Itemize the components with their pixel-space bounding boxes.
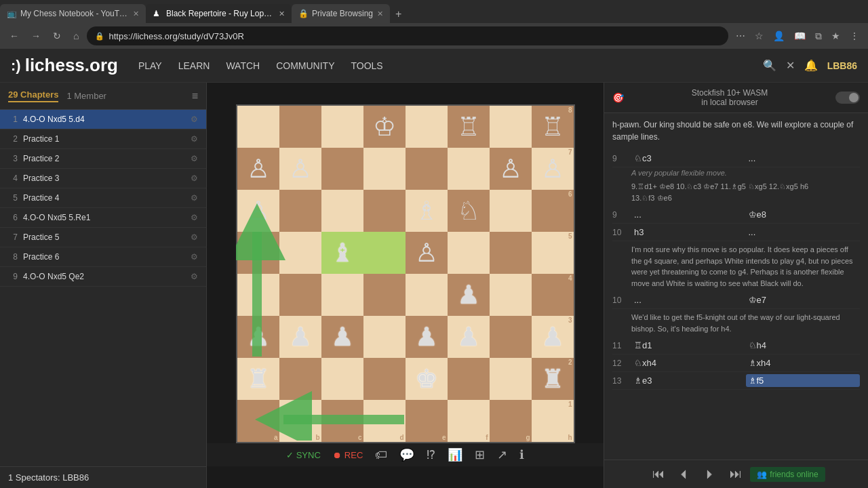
- tab-close-youtube[interactable]: ✕: [133, 9, 139, 18]
- square-c1[interactable]: c: [321, 400, 363, 442]
- members-tab[interactable]: 1 Member: [66, 91, 106, 101]
- square-d2[interactable]: [363, 358, 406, 400]
- chapter-item-4[interactable]: 4 Practice 3 ⚙: [0, 169, 206, 188]
- chat-button[interactable]: 💬: [399, 447, 414, 462]
- square-b2[interactable]: [279, 358, 321, 400]
- move-black-13[interactable]: ♗f5: [746, 374, 861, 387]
- analysis-scroll[interactable]: h-pawn. Our king should be safe on e8. W…: [604, 113, 868, 460]
- square-b5[interactable]: [279, 232, 321, 274]
- friends-online-button[interactable]: 👥 friends online: [750, 467, 825, 482]
- nav-watch[interactable]: WATCH: [226, 58, 260, 74]
- tag-button[interactable]: 🏷: [375, 448, 387, 462]
- square-a3[interactable]: ♟: [237, 316, 279, 358]
- chapter-item-1[interactable]: 1 4.O-O Nxd5 5.d4 ⚙: [0, 110, 206, 129]
- move-black-9[interactable]: ...: [746, 152, 861, 165]
- square-h3[interactable]: ♟3: [532, 316, 574, 358]
- square-h6[interactable]: 6: [532, 190, 574, 232]
- square-g1[interactable]: g: [490, 400, 532, 442]
- square-f3[interactable]: ♟: [448, 316, 490, 358]
- grid-button[interactable]: ⊞: [475, 447, 485, 462]
- square-c5[interactable]: ♝: [321, 232, 363, 274]
- square-a7[interactable]: ♙: [237, 148, 279, 190]
- square-b6[interactable]: [279, 190, 321, 232]
- square-f6[interactable]: ♘: [448, 190, 490, 232]
- square-c7[interactable]: [321, 148, 363, 190]
- refresh-button[interactable]: ↻: [49, 28, 65, 44]
- square-a6[interactable]: ♙: [237, 190, 279, 232]
- chapter-item-2[interactable]: 2 Practice 1 ⚙: [0, 129, 206, 149]
- chapter-item-5[interactable]: 5 Practice 4 ⚙: [0, 188, 206, 208]
- move-black-9b[interactable]: ♔e8: [746, 208, 861, 221]
- extensions-button[interactable]: ⋯: [732, 28, 749, 43]
- settings-icon[interactable]: ⋮: [846, 28, 863, 43]
- square-e6[interactable]: ♗: [406, 190, 448, 232]
- square-d6[interactable]: [363, 190, 406, 232]
- next-move-button[interactable]: ⏵: [698, 464, 722, 484]
- square-h4[interactable]: 4: [532, 274, 574, 316]
- move-white-12[interactable]: ♘xh4: [631, 357, 746, 369]
- address-bar[interactable]: 🔒: [87, 26, 728, 45]
- square-a1[interactable]: a: [237, 400, 279, 442]
- square-e5[interactable]: ♙: [406, 232, 448, 274]
- square-h8[interactable]: ♖8: [532, 106, 574, 148]
- square-a5[interactable]: [237, 232, 279, 274]
- chapter-settings-4[interactable]: ⚙: [191, 174, 198, 183]
- square-d7[interactable]: [363, 148, 406, 190]
- chapter-settings-7[interactable]: ⚙: [191, 232, 198, 242]
- chapter-settings-1[interactable]: ⚙: [191, 115, 198, 124]
- square-a8[interactable]: [237, 106, 279, 148]
- tab-close-private[interactable]: ✕: [377, 9, 383, 18]
- bell-icon[interactable]: 🔔: [804, 59, 818, 72]
- lichess-logo[interactable]: :) lichess.org: [11, 55, 118, 76]
- chart-button[interactable]: 📊: [448, 447, 462, 462]
- square-c2[interactable]: [321, 358, 363, 400]
- new-tab-button[interactable]: +: [390, 5, 407, 23]
- square-g5[interactable]: [490, 232, 532, 274]
- square-f4[interactable]: ♟: [448, 274, 490, 316]
- nav-tools[interactable]: TOOLS: [351, 58, 382, 74]
- square-g6[interactable]: [490, 190, 532, 232]
- nav-play[interactable]: PLAY: [138, 58, 162, 74]
- square-g3[interactable]: [490, 316, 532, 358]
- nav-community[interactable]: COMMUNITY: [276, 58, 334, 74]
- tab-close-lichess[interactable]: ✕: [279, 9, 285, 18]
- square-d3[interactable]: [363, 316, 406, 358]
- square-b4[interactable]: [279, 274, 321, 316]
- rec-button[interactable]: ⏺ REC: [333, 450, 363, 460]
- share-button[interactable]: ↗: [497, 447, 507, 462]
- chapter-settings-2[interactable]: ⚙: [191, 134, 198, 144]
- move-black-10[interactable]: ...: [746, 226, 861, 239]
- engine-toggle[interactable]: [835, 92, 860, 104]
- square-b7[interactable]: ♙: [279, 148, 321, 190]
- move-white-10[interactable]: h3: [631, 226, 746, 239]
- square-b8[interactable]: [279, 106, 321, 148]
- square-h1[interactable]: 1h: [532, 400, 574, 442]
- chapter-item-3[interactable]: 3 Practice 2 ⚙: [0, 149, 206, 169]
- square-d8[interactable]: ♔: [363, 106, 406, 148]
- square-g7[interactable]: ♙: [490, 148, 532, 190]
- chapter-item-9[interactable]: 9 4.O-O Nxd5 Qe2 ⚙: [0, 267, 206, 287]
- square-e1[interactable]: e: [406, 400, 448, 442]
- square-h7[interactable]: ♙7: [532, 148, 574, 190]
- square-c8[interactable]: [321, 106, 363, 148]
- square-e8[interactable]: [406, 106, 448, 148]
- info-button[interactable]: ℹ: [519, 447, 524, 462]
- square-e3[interactable]: ♟: [406, 316, 448, 358]
- square-e4[interactable]: [406, 274, 448, 316]
- square-d4[interactable]: [363, 274, 406, 316]
- move-white-9b[interactable]: ...: [631, 208, 746, 221]
- square-d5[interactable]: [363, 232, 406, 274]
- analyze-button[interactable]: ⁉: [427, 447, 435, 462]
- square-b1[interactable]: b: [279, 400, 321, 442]
- username-label[interactable]: LBB86: [827, 60, 857, 71]
- tab-lichess[interactable]: ♟ Black Repertoire - Ruy Lopez: B... ✕: [146, 4, 292, 23]
- square-h2[interactable]: ♜2: [532, 358, 574, 400]
- last-move-button[interactable]: ⏭: [724, 464, 747, 484]
- square-a2[interactable]: ♜: [237, 358, 279, 400]
- back-button[interactable]: ←: [5, 28, 23, 44]
- close-icon[interactable]: ✕: [786, 59, 795, 72]
- square-g2[interactable]: [490, 358, 532, 400]
- nav-learn[interactable]: LEARN: [178, 58, 210, 74]
- reader-icon[interactable]: 📖: [791, 28, 809, 43]
- move-black-10b[interactable]: ♔e7: [746, 293, 861, 306]
